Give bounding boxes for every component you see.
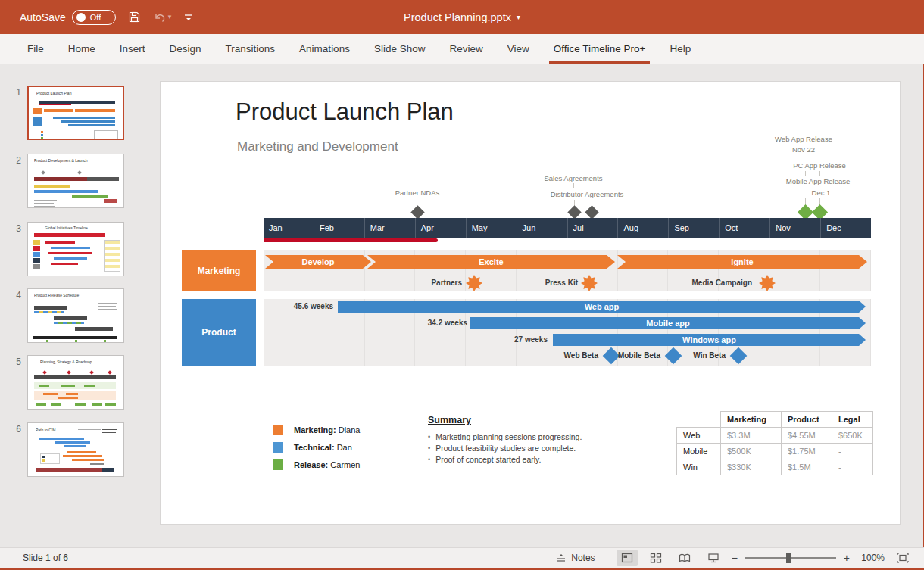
milestone-diamond-partner xyxy=(410,205,424,219)
slide-thumbnail-1[interactable]: Product Launch Plan xyxy=(27,86,124,140)
month-cell: Oct xyxy=(719,218,769,238)
tab-animations[interactable]: Animations xyxy=(287,34,362,64)
slide-thumbnail-2[interactable]: Product Development & Launch xyxy=(27,154,124,208)
table-row: Web $3.3M $4.55M $650K xyxy=(677,428,873,444)
milestone-sales-agreements: Sales Agreements xyxy=(544,174,602,182)
month-cell: Aug xyxy=(617,218,668,238)
notes-button[interactable]: Notes xyxy=(556,553,595,563)
milestone-web-app-release-date: Nov 22 xyxy=(792,145,815,154)
bullet-icon: • xyxy=(428,454,430,466)
undo-icon xyxy=(153,11,167,23)
autosave-toggle[interactable]: Off xyxy=(72,10,116,25)
milestone-web-beta-label: Web Beta xyxy=(538,351,598,360)
month-cell: Jun xyxy=(517,218,567,238)
slide-number: 2 xyxy=(8,155,21,166)
tab-help[interactable]: Help xyxy=(657,34,703,64)
summary-heading: Summary xyxy=(428,415,602,425)
reading-view-icon xyxy=(679,553,691,563)
slide-number: 5 xyxy=(8,357,21,367)
reading-view-button[interactable] xyxy=(674,550,695,566)
table-header-row: Marketing Product Legal xyxy=(677,412,873,428)
bullet-icon: • xyxy=(428,431,430,443)
phase-develop: Develop xyxy=(265,255,371,269)
month-cell: Mar xyxy=(364,218,415,238)
summary-bullet: •Product feasibility studies are complet… xyxy=(428,443,602,454)
milestone-web-app-release: Web App Release xyxy=(775,135,832,143)
slide-1[interactable]: Product Launch Plan Marketing and Develo… xyxy=(161,82,900,524)
phase-ignite: Ignite xyxy=(617,255,867,269)
zoom-in-button[interactable]: + xyxy=(844,553,850,563)
slide-title[interactable]: Product Launch Plan xyxy=(236,98,454,126)
notes-icon xyxy=(556,553,567,562)
slide-thumbnail-3[interactable]: Global Initiatives Timeline xyxy=(27,222,124,276)
status-bar: Slide 1 of 6 Notes xyxy=(0,547,924,568)
title-bar: AutoSave Off ▾ xyxy=(0,0,924,34)
zoom-level[interactable]: 100% xyxy=(857,553,885,563)
slide-show-button[interactable] xyxy=(703,550,724,566)
toggle-knob-icon xyxy=(76,13,86,22)
legend-item-marketing: Marketing: Diana xyxy=(273,424,360,435)
month-cell: Dec xyxy=(820,218,871,238)
slide-subtitle[interactable]: Marketing and Development xyxy=(237,139,398,154)
zoom-slider-handle[interactable] xyxy=(786,553,791,563)
legend-item-release: Release: Carmen xyxy=(273,459,360,470)
month-cell: Jan xyxy=(264,218,314,238)
tab-office-timeline-pro[interactable]: Office Timeline Pro+ xyxy=(542,34,658,64)
title-dropdown-icon: ▾ xyxy=(517,14,520,21)
milestone-diamond-distributor xyxy=(585,205,598,219)
slide-thumbnail-6[interactable]: Path to CIM xyxy=(27,422,124,477)
bar-windows-app: Windows app xyxy=(553,334,866,346)
marker-media-campaign-label: Media Campaign xyxy=(669,279,752,288)
tab-review[interactable]: Review xyxy=(437,34,495,64)
tab-slide-show[interactable]: Slide Show xyxy=(362,34,438,64)
slide-thumbnail-panel: 1 Product Launch Plan xyxy=(0,64,136,547)
powerpoint-window: AutoSave Off ▾ xyxy=(0,0,924,570)
save-icon xyxy=(128,11,141,23)
milestone-partner-ndas: Partner NDAs xyxy=(395,188,440,197)
save-button[interactable] xyxy=(128,11,141,23)
marker-press-kit-label: Press Kit xyxy=(517,279,578,288)
table-row: Mobile $500K $1.75M - xyxy=(677,444,873,459)
slide-thumbnail-4[interactable]: Product Release Schedule xyxy=(27,288,124,343)
tab-design[interactable]: Design xyxy=(158,34,214,64)
slide-indicator: Slide 1 of 6 xyxy=(23,553,68,563)
normal-view-icon xyxy=(621,553,633,563)
milestone-diamond-sales xyxy=(567,205,581,219)
undo-caret-icon: ▾ xyxy=(168,14,172,20)
slide-thumbnail-5[interactable]: Planning, Strategy & Roadmap xyxy=(27,355,124,410)
summary-bullet: •Marketing planning sessions progressing… xyxy=(428,431,602,443)
zoom-out-button[interactable]: − xyxy=(732,553,738,563)
customize-quick-access-button[interactable] xyxy=(183,12,194,23)
timeline-month-bar: Jan Feb Mar Apr May Jun Jul Aug Sep Oct … xyxy=(264,218,871,238)
undo-button[interactable]: ▾ xyxy=(153,11,172,23)
notes-label: Notes xyxy=(571,553,595,563)
milestone-mobile-app-release: Mobile App Release xyxy=(786,177,851,185)
milestone-mobile-app-release-date: Dec 1 xyxy=(812,188,831,197)
normal-view-button[interactable] xyxy=(617,550,638,566)
tab-view[interactable]: View xyxy=(495,34,542,64)
zoom-slider[interactable] xyxy=(745,557,836,559)
marketing-row-label: Marketing xyxy=(182,250,256,291)
duration-web-app: 45.6 weeks xyxy=(258,302,333,310)
tab-home[interactable]: Home xyxy=(56,34,108,64)
marker-partners-label: Partners xyxy=(401,279,462,288)
slide-number: 6 xyxy=(8,424,21,435)
table-row: Win $330K $1.5M - xyxy=(677,459,873,475)
ribbon-tab-bar: File Home Insert Design Transitions Anim… xyxy=(0,34,924,64)
tab-file[interactable]: File xyxy=(15,34,56,64)
tab-transitions[interactable]: Transitions xyxy=(214,34,288,64)
month-cell: Apr xyxy=(415,218,466,238)
tab-insert[interactable]: Insert xyxy=(108,34,158,64)
slide-sorter-view-button[interactable] xyxy=(645,550,666,566)
autosave-state: Off xyxy=(90,13,101,22)
milestone-distributor-agreements: Distributor Agreements xyxy=(551,190,624,198)
slide-number: 3 xyxy=(8,223,21,234)
duration-mobile-app: 34.2 weeks xyxy=(392,319,467,327)
fit-to-window-button[interactable] xyxy=(892,550,913,566)
slide-number: 1 xyxy=(8,87,21,98)
phase-excite: Excite xyxy=(367,255,615,269)
autosave-control[interactable]: AutoSave Off xyxy=(20,10,116,25)
connector-line xyxy=(805,171,806,176)
bar-mobile-app: Mobile app xyxy=(470,317,866,329)
summary-block: Summary •Marketing planning sessions pro… xyxy=(428,415,602,466)
